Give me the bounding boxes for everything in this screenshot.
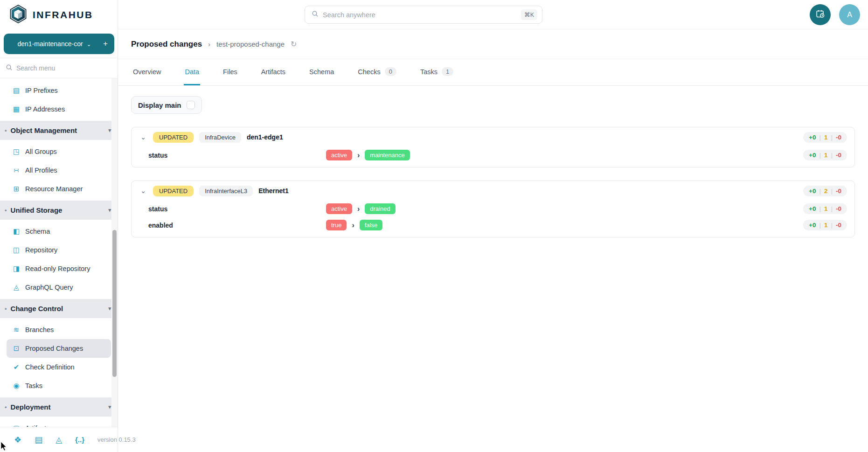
sidebar-section-change-control[interactable]: • Change Control ▾ [0,299,118,318]
tab-artifacts[interactable]: Artifacts [260,59,286,85]
chevron-down-icon: ▾ [108,127,111,133]
sidebar-item-repository[interactable]: ◫ Repository [7,241,111,259]
diff-card-den1-edge1: ⌄ UPDATED InfraDevice den1-edge1 +0 | 1 … [131,127,855,167]
sidebar-item-readonly-repository[interactable]: ◨ Read-only Repository [7,259,111,278]
diff-card-header[interactable]: ⌄ UPDATED InfraInterfaceL3 Ethernet1 +0 … [132,181,854,201]
sidebar-item-ip-addresses[interactable]: ▦ IP Addresses [7,100,111,118]
sidebar-item-label: All Profiles [25,167,57,174]
sidebar-search-input[interactable] [16,64,112,72]
old-value-pill: active [326,150,352,160]
diff-summary-badge: +0 | 1 | -0 [803,220,847,230]
tab-tasks[interactable]: Tasks 1 [419,59,454,85]
ip-prefixes-icon: ▤ [12,86,21,95]
separator: | [819,188,821,195]
new-value-pill: drained [365,203,395,214]
swagger-icon[interactable]: {..} [75,436,84,443]
separator: | [831,205,833,212]
diff-summary-badge: +0 | 2 | -0 [803,186,847,196]
sidebar: INFRAHUB den1-maintenance-cor ⌄ + ▤ [0,0,118,452]
graphql-icon[interactable]: ◬ [56,436,62,444]
added-count: +0 [809,205,816,212]
removed-count: -0 [836,188,841,195]
section-label: Unified Storage [11,206,62,214]
arrow-right-icon: › [352,221,354,229]
status-badge: UPDATED [153,132,194,143]
shortcut-badge: ⌘K [521,9,537,20]
sidebar-item-resource-manager[interactable]: ⊞ Resource Manager [7,180,111,198]
sidebar-item-schema[interactable]: ◧ Schema [7,222,111,241]
diff-summary-badge: +0 | 1 | -0 [803,203,847,214]
sidebar-item-all-profiles[interactable]: ∺ All Profiles [7,161,111,180]
sidebar-item-proposed-changes[interactable]: ⊡ Proposed Changes [7,339,111,358]
breadcrumb-current: test-proposed-change [216,40,285,48]
sidebar-item-artifact[interactable]: ▢ Artifact [7,419,111,427]
sidebar-item-label: Schema [25,228,50,235]
docs-icon[interactable]: ▤ [35,436,42,444]
diff-row-enabled[interactable]: enabled true › false +0 | 1 | -0 [132,217,854,233]
resource-manager-icon: ⊞ [12,185,21,193]
diff-card-ethernet1: ⌄ UPDATED InfraInterfaceL3 Ethernet1 +0 … [131,181,855,237]
diff-row-status[interactable]: status active › maintenance +0 | 1 | -0 [132,147,854,163]
chevron-down-icon[interactable]: ⌄ [139,133,147,141]
sidebar-section-deployment[interactable]: • Deployment ▾ [0,397,118,417]
arrow-right-icon: › [357,151,360,160]
ip-addresses-icon: ▦ [12,105,21,113]
removed-count: -0 [836,134,841,141]
sidebar-scrollbar-thumb[interactable] [112,230,117,377]
tab-checks[interactable]: Checks 0 [357,59,397,85]
tabs: Overview Data Files Artifacts Schema Che… [118,59,868,86]
sidebar-item-ip-prefixes[interactable]: ▤ IP Prefixes [7,81,111,100]
separator: | [831,188,833,195]
search-icon [312,10,319,19]
chevron-down-icon: ⌄ [86,41,91,48]
separator: | [831,134,833,141]
tab-files[interactable]: Files [222,59,238,85]
diff-card-header[interactable]: ⌄ UPDATED InfraDevice den1-edge1 +0 | 1 … [132,127,854,147]
sidebar-item-branches[interactable]: ≋ Branches [7,320,111,339]
sidebar-item-label: All Groups [25,148,57,155]
add-branch-button[interactable]: + [103,39,108,49]
removed-count: -0 [836,222,841,229]
old-value-pill: active [326,203,352,214]
bullet-icon: • [5,403,7,410]
tab-schema[interactable]: Schema [308,59,335,85]
display-main-checkbox[interactable] [187,101,195,109]
old-value-pill: true [326,220,347,230]
tab-label: Schema [309,68,334,76]
avatar[interactable]: A [839,4,860,25]
added-count: +0 [809,188,816,195]
tab-label: Overview [133,68,161,76]
diff-row-status[interactable]: status active › drained +0 | 1 | -0 [132,201,854,217]
sidebar-section-unified-storage[interactable]: • Unified Storage ▾ [0,201,118,220]
tasks-schedule-button[interactable] [810,4,831,25]
sidebar-search [0,58,118,78]
sidebar-item-tasks[interactable]: ◉ Tasks [7,376,111,395]
topbar: ⌘K A [118,0,868,29]
global-search[interactable]: ⌘K [305,6,542,24]
display-main-toggle[interactable]: Display main [131,96,202,114]
git-icon[interactable]: ❖ [14,436,21,444]
refresh-icon[interactable]: ↻ [291,40,297,49]
sidebar-item-graphql-query[interactable]: ◬ GraphQL Query [7,278,111,297]
separator: | [831,222,833,229]
tab-overview[interactable]: Overview [132,59,162,85]
chevron-down-icon[interactable]: ⌄ [139,187,147,195]
sidebar-scrollbar-track[interactable] [111,78,118,427]
sidebar-item-all-groups[interactable]: ◳ All Groups [7,142,111,161]
removed-count: -0 [836,205,841,212]
tab-label: Files [223,68,237,76]
branch-selector[interactable]: den1-maintenance-cor ⌄ + [4,34,114,54]
sidebar-nav: ▤ IP Prefixes ▦ IP Addresses • Object Ma… [0,78,118,427]
global-search-input[interactable] [323,11,517,19]
mouse-cursor-icon [0,441,8,452]
breadcrumb-parent[interactable]: Proposed changes [131,40,202,49]
check-definition-icon: ✔ [12,363,21,371]
chevron-right-icon: › [208,40,210,48]
tab-data[interactable]: Data [184,59,200,85]
chevron-down-icon: ▾ [108,207,111,213]
sidebar-section-object-management[interactable]: • Object Management ▾ [0,121,118,140]
attribute-name: status [148,205,326,213]
brand-header[interactable]: INFRAHUB [0,0,118,30]
sidebar-item-check-definition[interactable]: ✔ Check Definition [7,358,111,376]
graphql-icon: ◬ [12,283,21,292]
